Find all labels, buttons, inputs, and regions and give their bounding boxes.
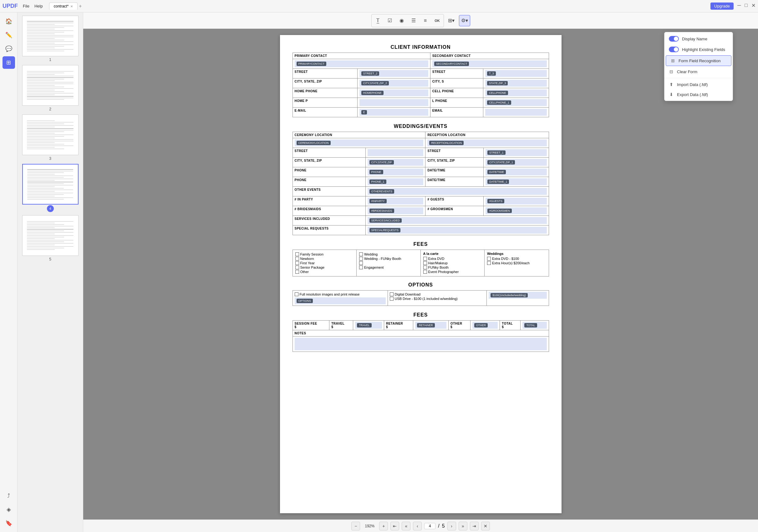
checkbox-empty[interactable] <box>359 261 363 265</box>
checkbox-other1[interactable] <box>295 270 299 274</box>
checkbox-newborn[interactable] <box>295 257 299 260</box>
receptionlocation-field[interactable]: RECEPTIONLOCATION <box>426 138 549 148</box>
check-extradvd[interactable]: Extra DVD <box>423 257 482 260</box>
ceremonylocation-field[interactable]: CEREMONYLOCATION <box>293 138 426 148</box>
checkbox-family[interactable] <box>295 252 299 256</box>
special-field[interactable]: SPECIALREQUESTS <box>365 225 549 235</box>
sidebar-form-icon[interactable]: ⊞ <box>3 56 15 69</box>
travel-field[interactable]: TRAVEL <box>353 320 384 330</box>
services-field[interactable]: SERVICESINCLUDED <box>365 216 549 225</box>
thumbnail-page-3[interactable]: 3 <box>22 115 79 161</box>
text-field-btn[interactable]: T̲ <box>372 15 384 26</box>
retainer-field[interactable]: RETAINER <box>413 320 448 330</box>
checkbox-eventphoto[interactable] <box>423 270 427 274</box>
cityzip-w-field-2[interactable]: CITY,STATE,ZIP_1 <box>484 158 549 167</box>
check-empty[interactable] <box>359 261 418 265</box>
menu-form-recognition[interactable]: ⊞ Form Field Recognition <box>666 55 731 66</box>
radio-btn[interactable]: ◉ <box>396 15 407 26</box>
other-field[interactable]: OTHER <box>470 320 500 330</box>
cellphone1-field[interactable]: CELLPHONE_1 <box>483 98 549 108</box>
datetime-w-field-1[interactable]: DATE/TIME <box>484 167 549 177</box>
check-other1[interactable]: Other <box>295 270 354 274</box>
checkbox-hairmakeup[interactable] <box>423 261 427 265</box>
display-name-toggle[interactable] <box>669 36 679 42</box>
list-btn[interactable]: ≡ <box>420 15 431 26</box>
upgrade-btn[interactable]: Upgrade <box>710 3 734 10</box>
checkbox-digital[interactable] <box>390 292 394 296</box>
cellphone-field[interactable]: CELLPHONE <box>483 88 549 98</box>
homephone-field[interactable]: HOMEPHONE <box>357 88 430 98</box>
sidebar-home-icon[interactable]: 🏠 <box>3 15 15 27</box>
citystatzip3-field[interactable]: STATE,ZIP_3 <box>483 79 549 88</box>
current-page-input[interactable] <box>424 523 435 529</box>
total-field[interactable]: TOTAL <box>521 320 549 330</box>
check-wedding[interactable]: Wedding <box>359 252 418 256</box>
sidebar-share-icon[interactable]: ⤴ <box>3 489 15 502</box>
checkbox-senior[interactable] <box>295 266 299 269</box>
settings-dropdown-btn[interactable]: ⚙▾ <box>459 15 470 26</box>
check-extradvd100[interactable]: Extra DVD - $100 <box>487 257 546 260</box>
street3-field[interactable]: T_3 <box>483 69 549 79</box>
thumbnail-page-5[interactable]: 5 <box>22 215 79 261</box>
zoom-in-btn[interactable]: + <box>379 522 388 530</box>
sidebar-comment-icon[interactable]: 💬 <box>3 43 15 55</box>
checkbox-extradvd[interactable] <box>423 257 427 260</box>
minimize-icon[interactable]: ─ <box>737 3 741 10</box>
combo-btn[interactable]: ☰ <box>408 15 419 26</box>
otherevents-field[interactable]: OTHEREVENTS <box>365 187 549 196</box>
homephone2-field[interactable] <box>357 98 430 108</box>
check-hairmakeup[interactable]: Hair/Makeup <box>423 261 482 265</box>
ok-btn[interactable]: OK <box>432 15 443 26</box>
check-funky-booth[interactable]: Wedding - FUNky Booth <box>359 257 418 260</box>
nav-last-btn[interactable]: ⇥ <box>470 522 479 530</box>
thumbnail-page-2[interactable]: 2 <box>22 65 79 111</box>
thumbnail-page-1[interactable]: 1 <box>22 16 79 62</box>
phone-w-field-2[interactable]: PHONE_1 <box>365 177 426 187</box>
close-icon[interactable]: ✕ <box>751 3 755 10</box>
check-engagement[interactable]: Engagement <box>359 266 418 269</box>
citystatzip2-field[interactable]: CITY,STATE,ZIP_2 <box>357 79 430 88</box>
nav-prev-far-btn[interactable]: « <box>402 522 410 530</box>
groomsmen-field[interactable]: #GROOMSMEN <box>484 206 549 216</box>
checkbox-funky-booth[interactable] <box>359 257 363 260</box>
check-eventphoto[interactable]: Event Photographer <box>423 270 482 274</box>
tab-contract[interactable]: contract* ✕ <box>49 3 78 10</box>
street1-field[interactable]: STREET_1 <box>484 148 549 158</box>
menu-clear-form[interactable]: ⊟ Clear Form <box>665 67 733 77</box>
check-family[interactable]: Family Session <box>295 252 354 256</box>
primarycontact-field[interactable]: PRIMARYCONTACT <box>293 59 430 69</box>
menu-import-data[interactable]: ⬆ Import Data (.fdf) <box>665 80 733 89</box>
menu-help[interactable]: Help <box>34 4 43 9</box>
options-fullres-field[interactable]: Full resolution images and print release… <box>293 290 388 306</box>
close-bottom-btn[interactable]: ✕ <box>481 522 490 530</box>
maximize-icon[interactable]: □ <box>744 3 748 10</box>
nav-next-far-btn[interactable]: » <box>459 522 467 530</box>
guests-field[interactable]: #GUESTS <box>484 196 549 206</box>
sidebar-bookmark-icon[interactable]: 🔖 <box>3 517 15 529</box>
checkbox-extradvd100[interactable] <box>487 257 491 260</box>
menu-display-name[interactable]: Display Name <box>665 33 733 44</box>
datetime-w-field-2[interactable]: DATE/TIME_1 <box>484 177 549 187</box>
add-tab-icon[interactable]: + <box>79 3 82 9</box>
nav-next-btn[interactable]: › <box>447 522 456 530</box>
street-w-field-1[interactable] <box>365 148 426 158</box>
pdf-viewer[interactable]: CLIENT INFORMATION PRIMARY CONTACT SECON… <box>83 29 758 519</box>
inparty-field[interactable]: #INPARTY <box>365 196 426 206</box>
check-extrahour[interactable]: Extra Hour(s) $200/each <box>487 261 546 265</box>
checkbox-extrahour[interactable] <box>487 261 491 265</box>
cityzip-w-field-1[interactable]: CITY,STATE,ZIP <box>365 158 426 167</box>
checkbox-engagement[interactable] <box>359 266 363 269</box>
bridesmaids-field[interactable]: #BRIDESMAIDS <box>365 206 426 216</box>
arrow-dropdown-btn[interactable]: ⊞▾ <box>446 15 457 26</box>
checkbox-wedding[interactable] <box>359 252 363 256</box>
check-senior[interactable]: Senior Package <box>295 266 354 269</box>
secondarycontact-field[interactable]: SECONDARYCONTACT <box>430 59 549 69</box>
checkbox-btn[interactable]: ☑ <box>384 15 396 26</box>
checkbox-funky2[interactable] <box>423 266 427 269</box>
email2-field[interactable] <box>483 108 549 117</box>
sidebar-layers-icon[interactable]: ◈ <box>3 503 15 516</box>
menu-file[interactable]: File <box>23 4 29 9</box>
highlight-fields-toggle[interactable] <box>669 47 679 52</box>
notes-field[interactable] <box>293 337 549 352</box>
phone-w-field-1[interactable]: PHONE <box>365 167 426 177</box>
